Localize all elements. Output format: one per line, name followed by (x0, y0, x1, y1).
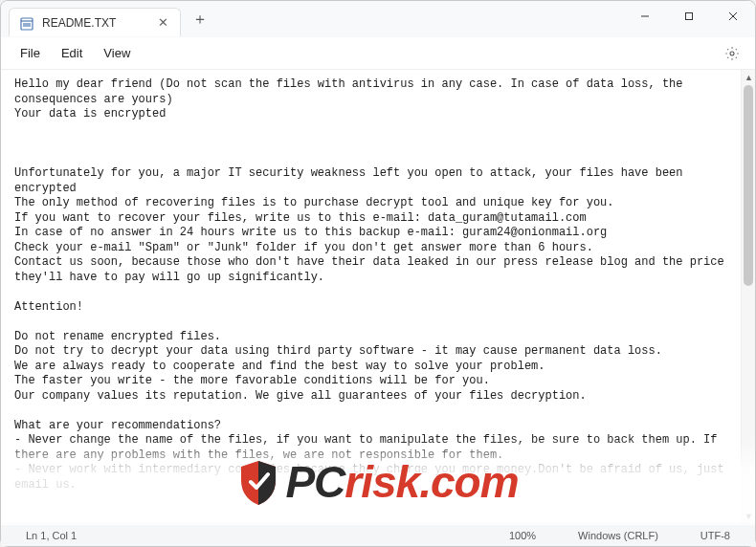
menu-file[interactable]: File (11, 42, 50, 64)
scroll-down-arrow[interactable]: ▼ (742, 509, 755, 523)
settings-button[interactable] (719, 40, 745, 67)
scroll-thumb[interactable] (744, 85, 753, 286)
minimize-button[interactable] (623, 1, 667, 32)
notepad-window: README.TXT ✕ ＋ File Edit View Hel (0, 0, 756, 547)
scroll-up-arrow[interactable]: ▲ (742, 70, 755, 84)
editor-area: Hello my dear friend (Do not scan the fi… (1, 70, 755, 523)
menu-view[interactable]: View (94, 42, 140, 64)
menubar: File Edit View (1, 37, 755, 70)
svg-point-8 (730, 52, 734, 55)
document-tab[interactable]: README.TXT ✕ (9, 8, 181, 36)
window-controls (623, 1, 755, 37)
text-content[interactable]: Hello my dear friend (Do not scan the fi… (1, 70, 741, 523)
menu-edit[interactable]: Edit (52, 42, 92, 64)
close-button[interactable] (711, 1, 755, 32)
encoding: UTF-8 (689, 530, 742, 541)
line-ending: Windows (CRLF) (567, 530, 670, 541)
vertical-scrollbar[interactable]: ▲ ▼ (741, 70, 755, 523)
maximize-button[interactable] (667, 1, 711, 32)
titlebar: README.TXT ✕ ＋ (1, 1, 755, 37)
zoom-level[interactable]: 100% (498, 530, 547, 541)
svg-rect-5 (686, 13, 693, 20)
tab-close-button[interactable]: ✕ (155, 15, 170, 31)
file-icon (19, 15, 34, 31)
statusbar: Ln 1, Col 1 100% Windows (CRLF) UTF-8 (1, 523, 755, 546)
tab-title: README.TXT (42, 16, 147, 30)
cursor-position: Ln 1, Col 1 (14, 530, 88, 541)
new-tab-button[interactable]: ＋ (187, 6, 213, 33)
